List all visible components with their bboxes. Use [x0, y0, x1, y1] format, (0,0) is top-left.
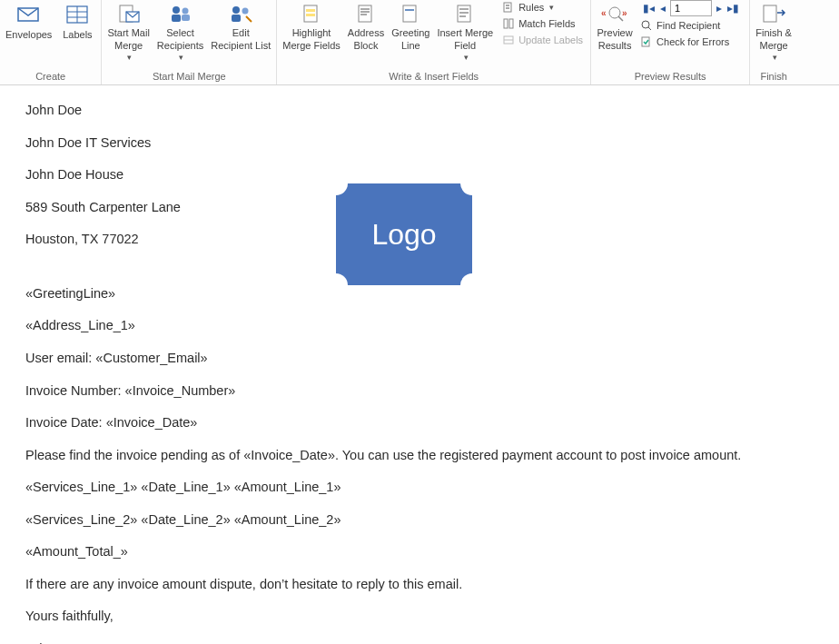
edit-recipient-list-label: Edit Recipient List — [211, 27, 271, 53]
finish-merge-button[interactable]: Finish & Merge▾ — [752, 0, 795, 63]
match-fields-button[interactable]: Match Fields — [500, 16, 585, 31]
svg-rect-28 — [504, 19, 508, 28]
svg-rect-29 — [509, 19, 513, 28]
dispute-line: If there are any invoice amount dispute,… — [25, 576, 814, 594]
svg-rect-15 — [306, 9, 315, 12]
match-fields-label: Match Fields — [518, 18, 575, 29]
envelopes-label: Envelopes — [5, 29, 52, 42]
rules-icon — [502, 1, 515, 14]
sender-house: John Doe House — [25, 166, 814, 184]
svg-rect-8 — [172, 15, 181, 22]
find-recipient-button[interactable]: Find Recipient — [638, 18, 744, 33]
first-record-button[interactable]: ▮◂ — [642, 2, 656, 15]
svg-point-13 — [242, 8, 249, 15]
record-number-input[interactable] — [670, 0, 712, 16]
chevron-down-icon: ▾ — [179, 53, 183, 63]
recipients-icon — [166, 2, 195, 25]
preview-results-label: Preview Results — [597, 27, 633, 53]
insert-field-icon — [452, 2, 478, 25]
greeting-line-icon — [399, 2, 422, 25]
highlight-merge-fields-button[interactable]: Highlight Merge Fields — [279, 0, 344, 53]
greeting-line-label: Greeting Line — [391, 27, 429, 53]
mail-merge-icon — [114, 2, 143, 25]
start-mail-merge-button[interactable]: Start Mail Merge▾ — [104, 0, 153, 63]
insert-merge-field-button[interactable]: Insert Merge Field▾ — [433, 0, 497, 63]
svg-rect-23 — [458, 5, 470, 22]
address-block-icon — [354, 2, 378, 25]
service-line-1: «Services_Line_1» «Date_Line_1» «Amount_… — [25, 479, 814, 497]
salutation: Yours faithfully, — [25, 608, 814, 626]
preview-results-button[interactable]: « » Preview Results — [593, 0, 637, 53]
address-block-label: Address Block — [348, 27, 384, 53]
group-preview-label: Preview Results — [593, 69, 747, 84]
chevron-down-icon: ▾ — [549, 3, 554, 12]
svg-rect-27 — [504, 3, 511, 12]
find-icon — [640, 19, 653, 32]
update-labels-button: Update Labels — [500, 33, 585, 47]
intro-paragraph: Please find the invoice pending as of «I… — [25, 447, 814, 465]
next-record-button[interactable]: ▸ — [716, 2, 723, 15]
envelopes-button[interactable]: Envelopes — [2, 0, 55, 42]
edit-recipients-icon — [226, 2, 255, 25]
insert-merge-field-label: Insert Merge Field — [437, 27, 493, 53]
select-recipients-button[interactable]: Select Recipients▾ — [153, 0, 207, 63]
rules-label: Rules — [518, 2, 544, 13]
document-body[interactable]: John Doe John Doe IT Services John Doe H… — [0, 85, 839, 644]
finish-merge-label: Finish & Merge — [755, 27, 792, 53]
find-recipient-label: Find Recipient — [656, 20, 720, 31]
invoice-number-line: Invoice Number: «Invoice_Number» — [25, 382, 814, 401]
address-field: «Address_Line_1» — [25, 317, 814, 335]
update-labels-label: Update Labels — [518, 35, 583, 45]
group-finish-label: Finish — [752, 69, 795, 84]
invoice-date-line: Invoice Date: «Invoice_Date» — [25, 414, 814, 432]
svg-text:«: « — [601, 8, 607, 18]
highlight-icon — [299, 2, 324, 25]
svg-point-7 — [173, 6, 180, 14]
svg-rect-21 — [403, 5, 416, 22]
check-errors-icon — [640, 35, 653, 48]
check-errors-label: Check for Errors — [656, 36, 729, 47]
preview-icon: « » — [599, 2, 630, 25]
svg-point-11 — [232, 6, 240, 14]
envelope-icon — [15, 2, 44, 27]
user-email-line: User email: «Customer_Email» — [25, 350, 814, 368]
group-start-label: Start Mail Merge — [104, 69, 274, 84]
check-errors-button[interactable]: Check for Errors — [638, 35, 744, 49]
sender-company: John Doe IT Services — [25, 134, 814, 153]
logo-text: Logo — [371, 218, 436, 252]
finish-icon — [759, 2, 788, 25]
highlight-label: Highlight Merge Fields — [282, 27, 341, 53]
select-recipients-label: Select Recipients — [157, 27, 203, 53]
last-record-button[interactable]: ▸▮ — [726, 2, 740, 15]
svg-rect-12 — [232, 15, 241, 22]
service-line-2: «Services_Line_2» «Date_Line_2» «Amount_… — [25, 511, 814, 530]
svg-rect-10 — [182, 15, 190, 21]
group-finish: Finish & Merge▾ Finish — [750, 0, 797, 84]
svg-rect-16 — [306, 14, 315, 16]
svg-rect-36 — [642, 37, 649, 46]
group-write-label: Write & Insert Fields — [279, 69, 588, 84]
rules-button[interactable]: Rules▾ — [500, 0, 585, 15]
chevron-down-icon: ▾ — [127, 53, 132, 63]
match-fields-icon — [502, 17, 515, 30]
chevron-down-icon: ▾ — [773, 53, 777, 63]
greeting-line-button[interactable]: Greeting Line — [388, 0, 433, 53]
group-write-insert: Highlight Merge Fields Address Block Gre… — [277, 0, 591, 84]
labels-button[interactable]: Labels — [55, 0, 99, 42]
greeting-field: «GreetingLine» — [25, 285, 814, 303]
svg-rect-37 — [764, 5, 776, 22]
address-block-button[interactable]: Address Block — [344, 0, 388, 53]
group-preview: « » Preview Results ▮◂ ◂ ▸ ▸▮ Find Rec — [591, 0, 750, 84]
group-create: Envelopes Labels Create — [0, 0, 102, 84]
labels-icon — [63, 2, 92, 27]
ribbon-mailings: Envelopes Labels Create — [0, 0, 839, 85]
logo-placeholder[interactable]: Logo — [336, 183, 472, 285]
group-start-mail-merge: Start Mail Merge▾ Select Recipients▾ — [102, 0, 277, 84]
prev-record-button[interactable]: ◂ — [659, 2, 666, 15]
start-mail-merge-label: Start Mail Merge — [107, 27, 149, 53]
amount-total-line: «Amount_Total_» — [25, 543, 814, 561]
edit-recipient-list-button[interactable]: Edit Recipient List — [207, 0, 274, 53]
svg-rect-17 — [359, 5, 371, 22]
svg-text:»: » — [622, 8, 627, 18]
sender-name: John Doe — [25, 102, 814, 120]
